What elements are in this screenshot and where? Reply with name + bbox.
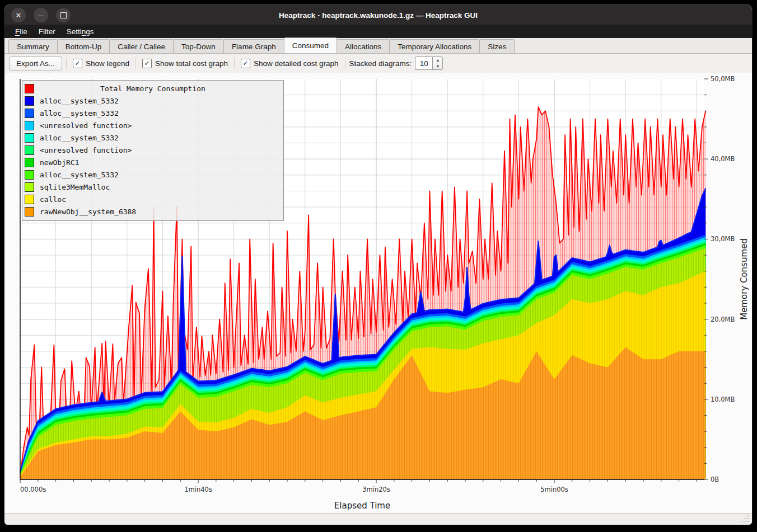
checkbox-label: Show legend (86, 59, 129, 68)
legend-swatch (25, 121, 34, 130)
toolbar-separator (66, 58, 67, 69)
menu-settings[interactable]: Settings (62, 26, 99, 37)
menu-bar: FileFilterSettings (4, 25, 752, 38)
legend-swatch (25, 182, 34, 192)
legend-label: Total Memory Consumption (40, 84, 266, 93)
checkmark-icon: ✓ (73, 59, 82, 68)
tab-consumed[interactable]: Consumed (284, 37, 337, 53)
stacked-diagrams-stepper[interactable]: 10 ▲ ▼ (415, 57, 443, 70)
chart-legend: Total Memory Consumptionalloc__system_53… (22, 80, 284, 221)
legend-swatch (25, 145, 34, 155)
export-as-button[interactable]: Export As... (9, 57, 62, 70)
checkbox-label: Show total cost graph (155, 59, 228, 68)
stacked-diagrams-label: Stacked diagrams: (349, 59, 412, 68)
legend-label: rawNewObj__system_6388 (40, 208, 136, 216)
legend-label: newObjRC1 (40, 158, 79, 167)
memory-consumption-chart[interactable]: 0B10,0MB20,0MB30,0MB40,0MB50,0MB00.000s1… (4, 73, 752, 514)
legend-label: sqlite3MemMalloc (40, 183, 110, 191)
legend-swatch (25, 195, 34, 204)
heaptrack-window: ✕— Heaptrack - heaptrack.wakunode.1.gz —… (4, 4, 752, 525)
tab-caller-callee[interactable]: Caller / Callee (109, 39, 174, 53)
legend-row: alloc__system_5332 (25, 95, 281, 107)
y-tick-label: 20,0MB (711, 316, 735, 323)
legend-row: <unresolved function> (25, 144, 281, 156)
x-axis-title: Elapsed Time (334, 501, 390, 511)
menu-file[interactable]: File (10, 26, 32, 37)
title-bar[interactable]: ✕— Heaptrack - heaptrack.wakunode.1.gz —… (4, 4, 752, 25)
x-tick-label: 3min20s (362, 486, 390, 493)
legend-swatch (25, 96, 34, 106)
legend-row: sqlite3MemMalloc (25, 181, 281, 193)
toolbar-checkboxes: ✓Show legend✓Show total cost graph✓Show … (71, 58, 341, 69)
checkbox-show-total-cost-graph[interactable]: ✓Show total cost graph (142, 59, 228, 68)
toolbar: Export As... ✓Show legend✓Show total cos… (4, 54, 752, 73)
toolbar-separator (135, 58, 136, 69)
legend-swatch (25, 84, 34, 93)
y-tick-label: 10,0MB (711, 396, 735, 403)
maximize-button[interactable] (56, 8, 71, 22)
legend-row: newObjRC1 (25, 156, 281, 168)
spinner-down-icon[interactable]: ▼ (433, 63, 442, 69)
legend-swatch (25, 170, 34, 180)
legend-row: Total Memory Consumption (25, 82, 281, 95)
y-tick-label: 40,0MB (711, 155, 735, 163)
tab-flame-graph[interactable]: Flame Graph (223, 39, 284, 53)
checkbox-label: Show detailed cost graph (254, 59, 339, 68)
legend-label: alloc__system_5332 (40, 109, 119, 117)
maximize-icon (60, 12, 67, 18)
spinner-buttons: ▲ ▼ (432, 57, 443, 70)
tab-sizes[interactable]: Sizes (479, 39, 515, 53)
legend-row: rawNewObj__system_6388 (25, 205, 281, 218)
resize-grip-icon[interactable] (742, 515, 750, 523)
close-button[interactable]: ✕ (11, 8, 26, 22)
status-bar (4, 513, 752, 525)
toolbar-separator (345, 58, 345, 69)
legend-swatch (25, 109, 34, 118)
stacked-diagrams-value[interactable]: 10 (415, 57, 432, 70)
y-tick-label: 0B (711, 475, 719, 483)
tab-bottom-up[interactable]: Bottom-Up (57, 39, 110, 53)
legend-label: <unresolved function> (40, 121, 132, 130)
menu-filter[interactable]: Filter (34, 26, 60, 37)
minimize-button[interactable]: — (34, 8, 48, 22)
close-icon: ✕ (16, 12, 22, 19)
y-tick-label: 50,0MB (711, 75, 735, 83)
legend-label: alloc__system_5332 (40, 97, 119, 105)
minimize-icon: — (38, 12, 44, 18)
tab-allocations[interactable]: Allocations (337, 39, 390, 53)
legend-row: alloc__system_5332 (25, 168, 281, 181)
checkbox-show-legend[interactable]: ✓Show legend (73, 59, 129, 68)
checkbox-show-detailed-cost-graph[interactable]: ✓Show detailed cost graph (241, 59, 339, 68)
legend-swatch (25, 133, 34, 143)
y-axis-title: Memory Consumed (739, 238, 749, 320)
x-tick-label: 00.000s (20, 486, 46, 493)
legend-label: alloc__system_5332 (40, 171, 119, 179)
checkmark-icon: ✓ (142, 59, 152, 68)
x-tick-label: 5min00s (540, 486, 568, 493)
tab-temporary-allocations[interactable]: Temporary Allocations (389, 39, 480, 53)
legend-swatch (25, 207, 34, 216)
legend-row: calloc (25, 193, 281, 205)
checkmark-icon: ✓ (241, 59, 250, 68)
toolbar-separator (234, 58, 235, 69)
tab-summary[interactable]: Summary (8, 39, 58, 53)
tab-top-down[interactable]: Top-Down (173, 39, 224, 53)
window-controls: ✕— (11, 8, 71, 22)
legend-row: alloc__system_5332 (25, 131, 281, 144)
legend-label: <unresolved function> (40, 146, 132, 154)
legend-row: <unresolved function> (25, 119, 281, 131)
x-tick-label: 1min40s (184, 486, 212, 493)
legend-swatch (25, 158, 34, 167)
spinner-up-icon[interactable]: ▲ (433, 57, 442, 63)
window-title: Heaptrack - heaptrack.wakunode.1.gz — He… (4, 5, 752, 25)
legend-label: calloc (40, 195, 66, 204)
legend-label: alloc__system_5332 (40, 134, 119, 142)
legend-row: alloc__system_5332 (25, 107, 281, 119)
tab-bar: SummaryBottom-UpCaller / CalleeTop-DownF… (4, 38, 752, 54)
y-tick-label: 30,0MB (711, 235, 735, 243)
